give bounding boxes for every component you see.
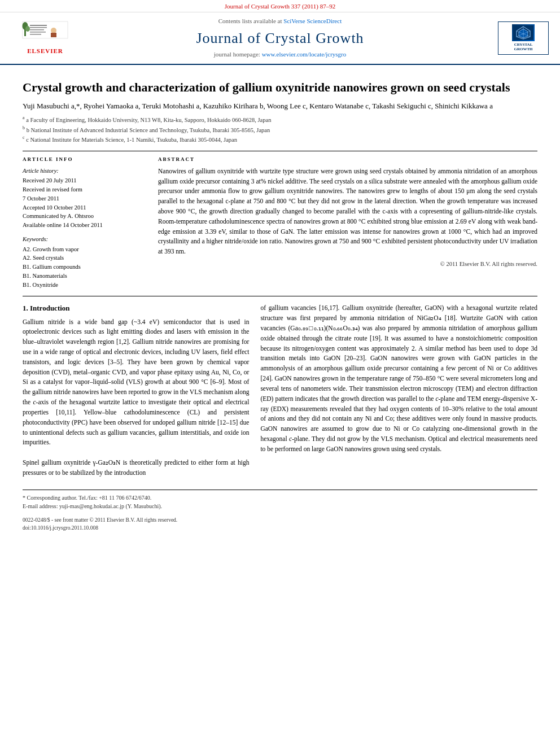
- keyword-5: B1. Oxynitride: [23, 281, 147, 290]
- badge-icon: [512, 24, 535, 41]
- doi-line: doi:10.1016/j.jcrysgro.2011.10.008: [23, 524, 537, 532]
- article-info-abstract-section: ARTICLE INFO Article history: Received 2…: [23, 151, 537, 289]
- svg-rect-4: [30, 25, 47, 26]
- journal-homepage: journal homepage: www.elsevier.com/locat…: [79, 50, 481, 59]
- badge-icon-svg: [513, 25, 533, 40]
- introduction-right: of gallium vacancies [16,17]. Gallium ox…: [260, 303, 537, 478]
- authors: Yuji Masubuchi a,*, Ryohei Yamaoka a, Te…: [23, 101, 537, 111]
- contents-line: Contents lists available at SciVerse Sci…: [79, 17, 481, 25]
- journal-citation: Journal of Crystal Growth 337 (2011) 87–…: [225, 3, 335, 10]
- introduction-heading: 1. Introduction: [23, 303, 249, 313]
- svg-rect-6: [30, 29, 44, 30]
- available-online: Available online 14 October 2011: [23, 221, 147, 230]
- keywords-block: Keywords: A2. Growth from vapor A2. Seed…: [23, 235, 147, 289]
- elsevier-logo-svg: [20, 20, 71, 46]
- svg-rect-8: [30, 34, 41, 35]
- elsevier-logo-section: ELSEVIER: [11, 20, 79, 55]
- introduction-right-text: of gallium vacancies [16,17]. Gallium ox…: [260, 303, 537, 454]
- main-content: Crystal growth and characterization of g…: [0, 65, 560, 538]
- email-note: E-mail address: yuji-mas@eng.hokudai.ac.…: [23, 502, 537, 510]
- sciverse-link[interactable]: SciVerse ScienceDirect: [283, 18, 342, 24]
- keyword-1: A2. Growth from vapor: [23, 245, 147, 254]
- affiliation-b: b b National Institute of Advanced Indus…: [23, 125, 537, 134]
- article-info-label: ARTICLE INFO: [23, 156, 147, 163]
- banner-center: Contents lists available at SciVerse Sci…: [79, 17, 481, 59]
- introduction-left-text: Gallium nitride is a wide band gap (~3.4…: [23, 317, 249, 478]
- svg-point-9: [51, 28, 56, 33]
- accepted-date: Accepted 10 October 2011: [23, 203, 147, 212]
- journal-citation-bar: Journal of Crystal Growth 337 (2011) 87–…: [0, 0, 560, 12]
- svg-rect-5: [30, 27, 47, 28]
- journal-title: Journal of Crystal Growth: [79, 28, 481, 49]
- copyright-line: © 2011 Elsevier B.V. All rights reserved…: [158, 260, 537, 269]
- introduction-section: 1. Introduction Gallium nitride is a wid…: [23, 303, 537, 478]
- article-info-column: ARTICLE INFO Article history: Received 2…: [23, 156, 147, 289]
- top-banner: ELSEVIER Contents lists available at Sci…: [0, 12, 560, 64]
- elsevier-label: ELSEVIER: [27, 47, 63, 55]
- revised-date: 7 October 2011: [23, 194, 147, 203]
- affiliation-a: a a Faculty of Engineering, Hokkaido Uni…: [23, 115, 537, 124]
- abstract-text: Nanowires of gallium oxynitride with wur…: [158, 167, 537, 257]
- abstract-label: ABSTRACT: [158, 156, 537, 163]
- communicated-by: Communicated by A. Ohtsroo: [23, 212, 147, 221]
- article-title: Crystal growth and characterization of g…: [23, 80, 537, 96]
- introduction-left: 1. Introduction Gallium nitride is a wid…: [23, 303, 249, 478]
- keywords-label: Keywords:: [23, 235, 147, 244]
- abstract-column: ABSTRACT Nanowires of gallium oxynitride…: [158, 156, 537, 289]
- history-label: Article history:: [23, 167, 147, 176]
- article-history: Article history: Received 20 July 2011 R…: [23, 167, 147, 230]
- svg-point-3: [25, 26, 30, 32]
- homepage-url[interactable]: www.elsevier.com/locate/jcrysgro: [262, 51, 347, 58]
- svg-rect-10: [51, 33, 56, 37]
- keyword-3: B1. Gallium compounds: [23, 263, 147, 272]
- received-date: Received 20 July 2011: [23, 176, 147, 185]
- received-revised-label: Received in revised form: [23, 185, 147, 194]
- affiliation-c: c c National Institute for Materials Sci…: [23, 134, 537, 144]
- badge-text: CRYSTALGROWTH: [501, 42, 546, 52]
- affiliations: a a Faculty of Engineering, Hokkaido Uni…: [23, 115, 537, 144]
- crystal-growth-badge: CRYSTALGROWTH: [498, 21, 549, 55]
- issn-line: 0022-0248/$ - see front matter © 2011 El…: [23, 516, 537, 524]
- elsevier-logo: ELSEVIER: [11, 20, 79, 55]
- corresponding-author-note: * Corresponding author. Tel./fax: +81 11…: [23, 493, 537, 502]
- footnote-section: * Corresponding author. Tel./fax: +81 11…: [23, 490, 537, 510]
- crystal-growth-badge-section: CRYSTALGROWTH: [481, 21, 549, 55]
- keyword-2: A2. Seed crystals: [23, 254, 147, 263]
- footer-info: 0022-0248/$ - see front matter © 2011 El…: [23, 516, 537, 532]
- svg-rect-7: [30, 32, 46, 33]
- keyword-4: B1. Nanomaterials: [23, 272, 147, 281]
- section-divider: [23, 296, 537, 296]
